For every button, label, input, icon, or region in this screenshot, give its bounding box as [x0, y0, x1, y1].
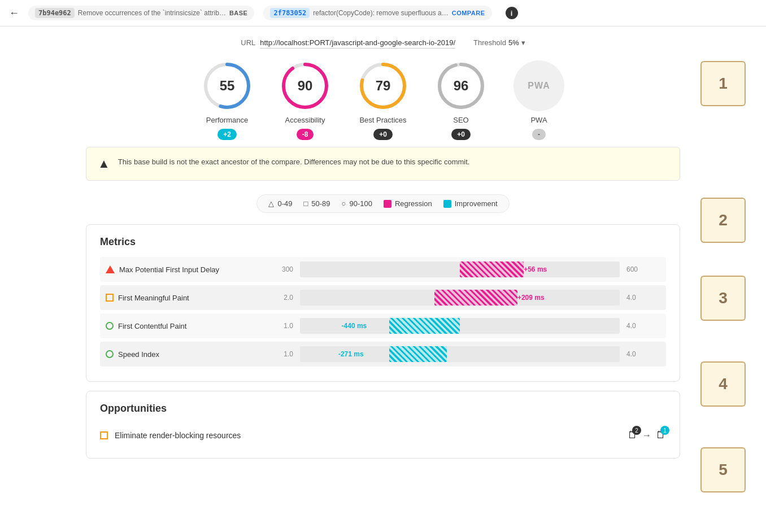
- fcp-min: 1.0: [259, 322, 293, 330]
- regression-swatch: [384, 200, 391, 208]
- base-report-button[interactable]: 🗒 2: [628, 429, 638, 441]
- url-label: URL: [241, 38, 255, 47]
- warning-triangle-icon: ▲: [98, 156, 110, 171]
- legend-improvement-label: Improvement: [455, 199, 498, 208]
- metric-name-fmp: First Meaningful Paint: [106, 294, 253, 302]
- legend-improvement: Improvement: [443, 199, 498, 208]
- fid-bar-segment: [460, 261, 524, 277]
- fid-label: Max Potential First Input Delay: [119, 265, 219, 274]
- base-hash: 7b94e962: [35, 8, 75, 18]
- compare-hash: 2f783052: [270, 8, 310, 18]
- compare-report-button[interactable]: 🗒 1: [656, 429, 666, 441]
- metric-name-si: Speed Index: [106, 350, 253, 359]
- compare-count-badge: 1: [660, 426, 669, 435]
- fid-bar: +56 ms: [300, 261, 620, 277]
- accessibility-badge: -8: [297, 129, 314, 140]
- accessibility-circle: 90: [280, 60, 330, 111]
- threshold-chevron-icon: ▾: [521, 38, 525, 47]
- performance-badge: +2: [217, 129, 237, 140]
- best-practices-badge: +0: [373, 129, 393, 140]
- seo-label: SEO: [453, 116, 468, 124]
- score-accessibility: 90 Accessibility -8: [280, 60, 330, 140]
- seo-circle: 96: [436, 60, 486, 111]
- threshold-control[interactable]: Threshold 5% ▾: [473, 38, 525, 47]
- warning-text: This base build is not the exact ancesto…: [118, 156, 470, 168]
- performance-value: 55: [220, 78, 235, 94]
- fmp-bar-label: +209 ms: [517, 294, 545, 302]
- metric-name-fcp: First Contentful Paint: [106, 322, 253, 330]
- annotation-box-1: 1: [700, 61, 746, 106]
- url-bar: URL http://localhost:PORT/javascript-and…: [86, 38, 680, 47]
- circle-icon-fcp: [106, 322, 114, 330]
- base-tag: BASE: [229, 10, 248, 16]
- annotation-box-2: 2: [700, 198, 746, 243]
- score-seo: 96 SEO +0: [436, 60, 486, 140]
- warning-banner: ▲ This base build is not the exact ances…: [86, 147, 680, 181]
- score-performance: 55 Performance +2: [202, 60, 253, 140]
- base-description: Remove occurrences of the `intrinsicsize…: [78, 9, 226, 17]
- triangle-icon-fid: [106, 265, 115, 273]
- scores-row: 55 Performance +2 90 Accessibility -8: [86, 60, 680, 140]
- best-practices-circle: 79: [358, 60, 408, 111]
- improvement-swatch: [443, 200, 451, 208]
- fid-bar-label: +56 ms: [524, 265, 547, 273]
- fcp-bar: -440 ms: [300, 318, 620, 334]
- compare-tag: COMPARE: [452, 10, 485, 16]
- pwa-display: PWA: [528, 81, 550, 91]
- opp-action-icons: 🗒 2 → 🗒 1: [628, 429, 666, 441]
- fcp-bar-segment: [389, 318, 460, 334]
- fmp-label: First Meaningful Paint: [118, 294, 189, 302]
- legend-square-icon: □: [303, 199, 308, 208]
- seo-value: 96: [454, 78, 469, 94]
- metric-speed-index: Speed Index 1.0 -271 ms 4.0: [100, 342, 666, 367]
- base-count-badge: 2: [632, 426, 641, 435]
- si-min: 1.0: [259, 350, 293, 358]
- back-button[interactable]: ←: [9, 7, 19, 19]
- score-pwa: PWA PWA -: [513, 60, 564, 140]
- threshold-value: 5%: [508, 38, 519, 47]
- accessibility-value: 90: [298, 78, 313, 94]
- info-icon[interactable]: i: [506, 7, 518, 19]
- main-content: URL http://localhost:PORT/javascript-and…: [72, 27, 694, 479]
- fmp-bar: +209 ms: [300, 290, 620, 306]
- fcp-bar-label: -440 ms: [342, 322, 367, 330]
- legend-0-49-label: 0-49: [277, 199, 292, 208]
- seo-badge: +0: [451, 129, 471, 140]
- opportunities-title: Opportunities: [100, 403, 666, 415]
- fmp-min: 2.0: [259, 294, 293, 302]
- fcp-max: 4.0: [626, 322, 660, 330]
- url-control: URL http://localhost:PORT/javascript-and…: [241, 38, 455, 47]
- pwa-circle: PWA: [513, 60, 564, 111]
- si-bar: -271 ms: [300, 346, 620, 362]
- legend: △ 0-49 □ 50-89 ○ 90-100 Regression Impro…: [256, 194, 509, 213]
- fmp-bar-segment: [434, 290, 517, 306]
- performance-label: Performance: [206, 116, 248, 124]
- opportunity-row-render-blocking: Eliminate render-blocking resources 🗒 2 …: [100, 424, 666, 447]
- annotation-box-5: 5: [700, 447, 746, 479]
- legend-circle-icon: ○: [342, 199, 346, 208]
- metric-max-potential-fid: Max Potential First Input Delay 300 +56 …: [100, 257, 666, 282]
- legend-50-89: □ 50-89: [303, 199, 330, 208]
- legend-triangle-icon: △: [268, 199, 274, 208]
- legend-50-89-label: 50-89: [311, 199, 330, 208]
- top-bar: ← 7b94e962 Remove occurrences of the `in…: [0, 0, 766, 27]
- metrics-title: Metrics: [100, 236, 666, 248]
- legend-regression: Regression: [384, 199, 432, 208]
- legend-90-100-label: 90-100: [349, 199, 372, 208]
- fcp-label: First Contentful Paint: [118, 322, 186, 330]
- legend-regression-label: Regression: [395, 199, 432, 208]
- metric-first-contentful-paint: First Contentful Paint 1.0 -440 ms 4.0: [100, 313, 666, 338]
- si-bar-segment: [389, 346, 447, 362]
- performance-circle: 55: [202, 60, 253, 111]
- circle-icon-si: [106, 350, 114, 358]
- arrow-right-icon: →: [642, 430, 651, 441]
- legend-0-49: △ 0-49: [268, 199, 292, 208]
- pwa-badge: -: [532, 129, 546, 140]
- base-commit-pill: 7b94e962 Remove occurrences of the `intr…: [28, 6, 254, 20]
- threshold-label: Threshold: [473, 38, 506, 47]
- metric-first-meaningful-paint: First Meaningful Paint 2.0 +209 ms 4.0: [100, 285, 666, 310]
- compare-commit-pill: 2f783052 refactor(CopyCode): remove supe…: [263, 6, 491, 20]
- annotation-box-4: 4: [700, 361, 746, 407]
- square-icon-fmp: [106, 294, 114, 302]
- best-practices-label: Best Practices: [359, 116, 406, 124]
